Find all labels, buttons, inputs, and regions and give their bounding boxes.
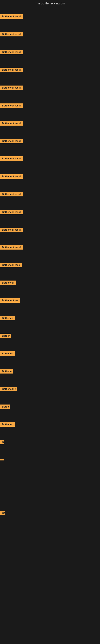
bottleneck-result-item: Bottlenec	[0, 422, 15, 428]
bottleneck-result-item: B	[0, 440, 4, 445]
bottleneck-label: Bottleneck result	[0, 228, 23, 232]
bottleneck-result-item: Bottleneck result	[0, 32, 23, 37]
bottleneck-label: B	[0, 440, 4, 444]
bottleneck-result-item: Bottleneck result	[0, 156, 23, 162]
bottleneck-result-item: Bottlenec	[0, 352, 15, 356]
bottleneck-result-item: Bottleneck resu	[0, 263, 22, 268]
bottleneck-label: Bottleneck result	[0, 174, 23, 179]
bottleneck-label: Bottleneck result	[0, 32, 23, 36]
bottleneck-label: Bottleneck result	[0, 50, 23, 54]
bottleneck-label: Bottleneck result	[0, 156, 23, 161]
bottleneck-result-item: Bo	[0, 511, 5, 516]
bottleneck-label: Bottleneck result	[0, 192, 23, 196]
bottleneck-result-item: Bottleneck result	[0, 50, 23, 55]
bottleneck-result-item: Bottleneck result	[0, 245, 23, 250]
bottleneck-result-item: Bottler	[0, 334, 11, 339]
bottleneck-label: Bottlenec	[0, 316, 15, 320]
bottleneck-result-item: Bottleneck r	[0, 387, 17, 392]
bottleneck-label: Bottleneck res	[0, 298, 20, 303]
bottleneck-label: Bottleneck result	[0, 139, 23, 143]
bottleneck-result-item: Bottleneck result	[0, 192, 23, 197]
bottleneck-result-item: Bottleneck result	[0, 210, 23, 215]
bottleneck-result-item	[0, 458, 3, 461]
bottleneck-label: Bo	[0, 511, 5, 515]
bottleneck-result-item: Bottleneck result	[0, 68, 23, 73]
bottleneck-label	[0, 459, 3, 460]
bottleneck-result-item: Bottleneck result	[0, 86, 23, 91]
bottleneck-label: Bottleneck r	[0, 387, 17, 391]
bottleneck-result-item: Bottlene	[0, 369, 13, 374]
bottleneck-result-item: Bottleneck result	[0, 121, 23, 126]
bottleneck-label: Bottlene	[0, 369, 13, 374]
bottleneck-result-item: Bottleneck res	[0, 298, 20, 304]
bottleneck-label: Bottler	[0, 334, 11, 338]
bottleneck-result-item: Bottle	[0, 404, 10, 410]
bottleneck-label: Bottleneck result	[0, 210, 23, 214]
bottleneck-label: Bottlenec	[0, 422, 15, 427]
bottleneck-label: Bottleneck result	[0, 14, 23, 19]
bottleneck-label: Bottleneck result	[0, 86, 23, 90]
bottleneck-label: Bottleneck result	[0, 104, 23, 108]
bottleneck-result-item: Bottleneck	[0, 280, 16, 286]
bottleneck-label: Bottle	[0, 404, 10, 409]
bottleneck-result-item: Bottleneck result	[0, 174, 23, 180]
bottleneck-label: Bottleneck	[0, 280, 16, 285]
bottleneck-result-item: Bottlenec	[0, 316, 15, 321]
bottleneck-result-item: Bottleneck result	[0, 104, 23, 109]
bottleneck-label: Bottleneck result	[0, 68, 23, 72]
bottleneck-label: Bottleneck resu	[0, 263, 22, 267]
bottleneck-result-item: Bottleneck result	[0, 14, 23, 20]
bottleneck-label: Bottlenec	[0, 352, 15, 356]
bottleneck-label: Bottleneck result	[0, 121, 23, 126]
bottleneck-result-item: Bottleneck result	[0, 139, 23, 144]
bottleneck-result-item: Bottleneck result	[0, 228, 23, 233]
bottleneck-label: Bottleneck result	[0, 245, 23, 250]
site-title: TheBottlenecker.com	[0, 0, 100, 7]
